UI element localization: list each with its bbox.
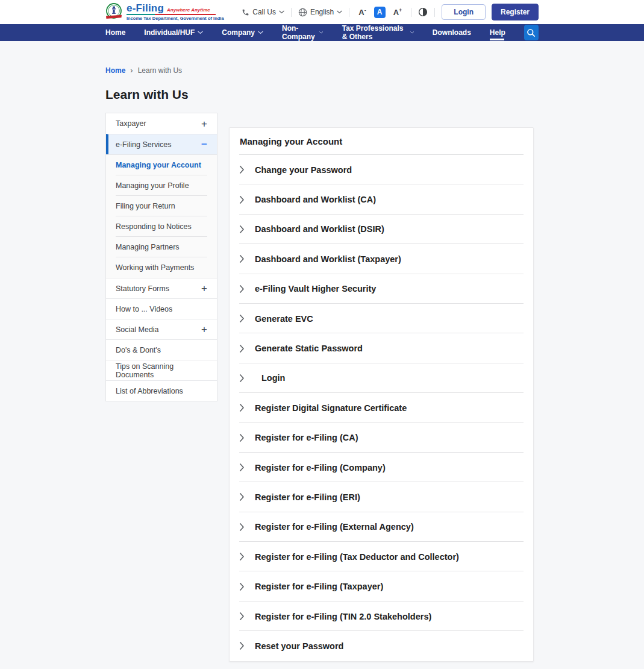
plus-icon: + xyxy=(201,283,207,294)
chevron-down-icon xyxy=(337,10,342,14)
font-normal-button[interactable]: A xyxy=(374,7,386,18)
accordion-item-label: Dashboard and Worklist (CA) xyxy=(255,195,376,204)
chevron-right-icon xyxy=(240,225,245,233)
accordion-list: Change your Password Dashboard and Workl… xyxy=(230,155,533,661)
minus-icon: − xyxy=(201,139,207,149)
accordion-item[interactable]: Register Digital Signature Certificate xyxy=(230,393,533,422)
contrast-toggle[interactable] xyxy=(418,7,428,17)
sidebar-item-label: Tips on Scanning Documents xyxy=(116,362,207,379)
search-button[interactable] xyxy=(524,25,539,40)
chevron-right-icon xyxy=(240,345,245,353)
register-button[interactable]: Register xyxy=(492,4,539,20)
accordion-item[interactable]: e-Filing Vault Higher Security xyxy=(230,274,533,304)
site-logo[interactable]: e-Filing Anywhere Anytime Income Tax Dep… xyxy=(105,3,224,22)
logo-tagline: Anywhere Anytime xyxy=(167,8,210,13)
sidebar-item-list-of-abbreviations[interactable]: List of Abbreviations xyxy=(106,380,217,401)
chevron-right-icon xyxy=(240,404,245,412)
breadcrumb-home-link[interactable]: Home xyxy=(105,66,125,75)
contrast-icon xyxy=(418,7,428,17)
sidebar-item-label: Do's & Dont's xyxy=(116,346,161,354)
sidebar-subitem-label: Working with Payments xyxy=(116,263,194,272)
accordion-item[interactable]: Register for e-Filing (CA) xyxy=(230,423,533,453)
sidebar-subitem-label: Managing your Account xyxy=(116,161,201,169)
nav-item-individual-huf[interactable]: Individual/HUF xyxy=(144,24,203,41)
page-body: Home › Learn with Us Learn with Us Taxpa… xyxy=(0,41,644,669)
sidebar-subitem-label: Responding to Notices xyxy=(116,222,192,231)
accordion-item[interactable]: Change your Password xyxy=(230,155,533,184)
accordion-item[interactable]: Reset your Password xyxy=(230,631,533,661)
nav-item-company[interactable]: Company xyxy=(222,24,263,41)
language-label: English xyxy=(310,8,334,16)
chevron-right-icon xyxy=(240,523,245,531)
sidebar-subitem-managing-partners[interactable]: Managing Partners xyxy=(106,237,217,257)
nav-item-tax-professionals-others[interactable]: Tax Professionals & Others xyxy=(342,24,414,41)
accordion-item[interactable]: Dashboard and Worklist (CA) xyxy=(230,184,533,214)
font-increase-button[interactable]: A+ xyxy=(391,7,405,17)
divider xyxy=(411,8,411,17)
chevron-right-icon xyxy=(240,493,245,501)
sidebar-item-label: e-Filing Services xyxy=(116,140,171,149)
sidebar-subitem-managing-your-account[interactable]: Managing your Account xyxy=(106,155,217,175)
font-decrease-button[interactable]: A- xyxy=(356,7,368,17)
accordion-item[interactable]: Login xyxy=(230,363,533,393)
sidebar-item-do-s-dont-s[interactable]: Do's & Dont's xyxy=(106,339,217,360)
sidebar-item-how-to-videos[interactable]: How to ... Videos xyxy=(106,298,217,319)
nav-item-label: Home xyxy=(105,28,125,37)
language-menu[interactable]: English xyxy=(298,8,342,17)
sidebar-subitem-managing-your-profile[interactable]: Managing your Profile xyxy=(106,175,217,196)
plus-icon: + xyxy=(201,119,207,129)
accordion-item[interactable]: Generate Static Password xyxy=(230,333,533,363)
accordion-item-label: Register for e-Filing (ERI) xyxy=(255,492,360,502)
sidebar-item-label: Taxpayer xyxy=(116,119,146,128)
sidebar-item-taxpayer[interactable]: Taxpayer + xyxy=(106,113,217,134)
breadcrumb: Home › Learn with Us xyxy=(105,41,539,75)
chevron-right-icon xyxy=(240,285,245,293)
sidebar-subitem-responding-to-notices[interactable]: Responding to Notices xyxy=(106,216,217,237)
chevron-right-icon xyxy=(240,166,245,174)
chevron-right-icon xyxy=(240,583,245,591)
nav-item-non-company[interactable]: Non-Company xyxy=(282,24,324,41)
nav-item-label: Tax Professionals & Others xyxy=(342,24,407,41)
sidebar-item-label: Statutory Forms xyxy=(116,284,169,293)
logo-title: e-Filing xyxy=(127,3,164,14)
accordion-item[interactable]: Dashboard and Worklist (Taxpayer) xyxy=(230,244,533,274)
accordion-item[interactable]: Register for e-Filing (External Agency) xyxy=(230,512,533,542)
accordion-item[interactable]: Register for e-Filing (ERI) xyxy=(230,482,533,512)
chevron-right-icon xyxy=(240,434,245,442)
chevron-right-icon xyxy=(240,612,245,620)
nav-item-home[interactable]: Home xyxy=(105,24,125,41)
sidebar-item-e-filing-services[interactable]: e-Filing Services − xyxy=(106,134,217,154)
accordion-item-label: Generate EVC xyxy=(255,314,313,324)
chevron-right-icon xyxy=(240,196,245,204)
accordion-item-label: Register for e-Filing (TIN 2.0 Stakehold… xyxy=(255,612,431,621)
login-button[interactable]: Login xyxy=(442,4,486,20)
chevron-right-icon xyxy=(240,642,245,650)
nav-item-downloads[interactable]: Downloads xyxy=(433,24,471,41)
accordion-item[interactable]: Register for e-Filing (Company) xyxy=(230,453,533,482)
divider xyxy=(291,8,292,17)
content-card: Managing your Account Change your Passwo… xyxy=(229,127,534,662)
nav-item-label: Non-Company xyxy=(282,24,316,41)
call-us-menu[interactable]: Call Us xyxy=(242,8,284,16)
sidebar-item-statutory-forms[interactable]: Statutory Forms + xyxy=(106,278,217,298)
sidebar-item-label: How to ... Videos xyxy=(116,305,172,313)
accordion-item[interactable]: Dashboard and Worklist (DSIR) xyxy=(230,215,533,244)
sidebar-item-tips-on-scanning-documents[interactable]: Tips on Scanning Documents xyxy=(106,360,217,380)
breadcrumb-current: Learn with Us xyxy=(138,66,182,75)
sidebar-subitem-filing-your-return[interactable]: Filing your Return xyxy=(106,196,217,216)
accordion-item[interactable]: Register for e-Filing (TIN 2.0 Stakehold… xyxy=(230,601,533,631)
accordion-item-label: Generate Static Password xyxy=(255,344,363,353)
accordion-item-label: Reset your Password xyxy=(255,641,343,651)
sidebar-subitem-working-with-payments[interactable]: Working with Payments xyxy=(106,257,217,278)
accordion-item[interactable]: Register for e-Filing (Tax Deductor and … xyxy=(230,542,533,571)
page-title: Learn with Us xyxy=(105,87,539,102)
accordion-item[interactable]: Register for e-Filing (Taxpayer) xyxy=(230,571,533,601)
accordion-item[interactable]: Generate EVC xyxy=(230,304,533,333)
sidebar: Taxpayer + e-Filing Services − Managing … xyxy=(105,113,217,401)
sidebar-item-social-media[interactable]: Social Media + xyxy=(106,319,217,339)
chevron-down-icon xyxy=(319,31,323,34)
accordion-item-label: Register for e-Filing (CA) xyxy=(255,433,358,442)
chevron-right-icon xyxy=(240,255,245,263)
nav-item-help[interactable]: Help xyxy=(490,24,505,41)
nav-item-label: Company xyxy=(222,28,255,37)
